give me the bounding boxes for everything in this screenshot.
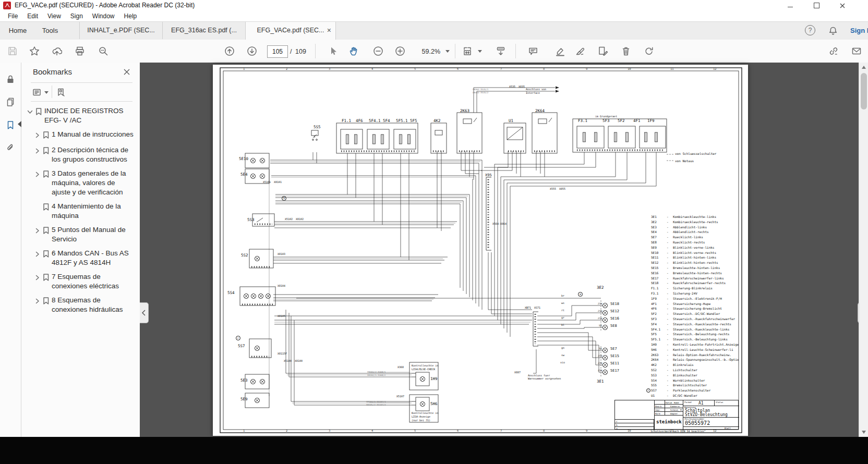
- bookmark-label[interactable]: 7 Esquemas de conexiones eléctricas: [52, 272, 134, 291]
- chevron-right-icon[interactable]: [34, 272, 42, 283]
- bookmark-item[interactable]: 6 Mandos CAN - Bus AS 4812F y AS 4814H: [34, 249, 138, 267]
- bookmark-label[interactable]: 5 Puntos del Manual de Servicio: [52, 225, 134, 244]
- page-number-input[interactable]: [267, 45, 288, 58]
- legend-description: Blinklicht-hinten-links: [673, 255, 739, 260]
- delete-pages-icon[interactable]: [621, 46, 631, 56]
- schematic-label: 5E7: [610, 347, 617, 351]
- chevron-right-icon[interactable]: [34, 296, 42, 307]
- schematic-label: 21W: [598, 318, 602, 320]
- scrollbar-thumb[interactable]: [861, 73, 867, 109]
- bookmark-item[interactable]: 1 Manual de instrucciones: [34, 130, 138, 141]
- schematic-label: von Notaus: [675, 160, 694, 163]
- menu-item[interactable]: Edit: [22, 11, 43, 21]
- bookmark-item[interactable]: 5 Puntos del Manual de Servicio: [34, 225, 138, 244]
- chevron-right-icon[interactable]: [34, 130, 42, 141]
- sign-in-button[interactable]: Sign In: [850, 22, 868, 40]
- bookmarks-close-icon[interactable]: [123, 68, 130, 78]
- next-page-icon[interactable]: [247, 46, 257, 56]
- bookmark-item[interactable]: 3 Datos generales de la máquina, valores…: [34, 169, 138, 197]
- zoom-level-value[interactable]: 59.2%: [417, 48, 440, 55]
- menu-item[interactable]: Window: [88, 11, 119, 21]
- scrolling-mode-icon[interactable]: [496, 46, 506, 56]
- fit-width-icon[interactable]: [462, 46, 473, 56]
- highlighter-icon[interactable]: [555, 46, 565, 56]
- schematic-label: XB71 XS71: [525, 307, 540, 310]
- document-tab[interactable]: INHALT_e.PDF (SEC...: [79, 22, 162, 39]
- search-icon[interactable]: [98, 46, 108, 56]
- attachments-paperclip-icon[interactable]: [5, 143, 16, 155]
- print-icon[interactable]: [75, 46, 85, 56]
- edit-pdf-icon[interactable]: [598, 46, 608, 56]
- help-icon[interactable]: ?: [805, 25, 815, 35]
- chevron-right-icon[interactable]: [34, 225, 42, 236]
- zoom-in-icon[interactable]: [395, 46, 405, 56]
- comment-icon[interactable]: [528, 46, 538, 56]
- tab-close-icon[interactable]: ×: [327, 22, 331, 39]
- chevron-right-icon[interactable]: [34, 145, 42, 156]
- schematic-label: 5F3: [602, 119, 610, 123]
- rotate-icon[interactable]: [644, 46, 654, 56]
- zoom-dropdown-caret[interactable]: [445, 50, 450, 53]
- legend-dash: -: [667, 368, 673, 373]
- document-area[interactable]: 123456789101112 123456789101112 5S5F1.1 …: [140, 63, 859, 437]
- bookmark-item[interactable]: 8 Esquemas de conexiones hidráulicas: [34, 296, 138, 314]
- email-icon[interactable]: [851, 46, 862, 56]
- maximize-button[interactable]: [804, 0, 828, 11]
- security-lock-icon[interactable]: [5, 74, 16, 87]
- menu-item[interactable]: Sign: [66, 11, 88, 21]
- document-tab[interactable]: EFG_VACe.pdf (SEC... ×: [245, 22, 336, 40]
- notification-bell-icon[interactable]: [828, 26, 838, 38]
- menu-item[interactable]: File: [3, 11, 22, 21]
- bookmark-label[interactable]: 8 Esquemas de conexiones hidráulicas: [52, 296, 134, 314]
- legend-row: 1H9 - Kontroll-Leuchte-Fahrtricht.Anzeig…: [651, 342, 739, 347]
- zoom-out-icon[interactable]: [373, 46, 383, 56]
- bookmark-item[interactable]: 4 Mantenimiento de la máquina: [34, 202, 138, 221]
- minimize-button[interactable]: [778, 0, 802, 11]
- share-link-icon[interactable]: [828, 46, 839, 56]
- legend-dash: -: [667, 280, 673, 286]
- menu-item[interactable]: Help: [119, 11, 142, 21]
- bookmark-options-caret[interactable]: [44, 91, 49, 94]
- save-icon[interactable]: [7, 46, 18, 56]
- close-button[interactable]: [830, 0, 854, 11]
- new-bookmark-icon[interactable]: [56, 87, 66, 100]
- fill-sign-icon[interactable]: [575, 46, 585, 56]
- document-tab[interactable]: EFG_316ac ES.pdf (...: [162, 22, 245, 39]
- bookmark-label[interactable]: 6 Mandos CAN - Bus AS 4812F y AS 4814H: [52, 249, 134, 267]
- chevron-down-icon[interactable]: [27, 106, 35, 117]
- tab-tools[interactable]: Tools: [35, 22, 65, 40]
- bookmarks-panel-icon[interactable]: [5, 120, 16, 132]
- legend-ref: 5E16: [651, 271, 667, 276]
- vertical-scrollbar[interactable]: [859, 63, 868, 437]
- chevron-right-icon[interactable]: [34, 202, 42, 213]
- bookmark-label[interactable]: 3 Datos generales de la máquina, valores…: [52, 169, 134, 197]
- bookmark-label[interactable]: 1 Manual de instrucciones: [52, 130, 134, 139]
- bookmark-label[interactable]: 2 Descripción técnica de los grupos cons…: [52, 145, 134, 164]
- hand-tool-icon[interactable]: [348, 46, 359, 56]
- tab-home[interactable]: Home: [5, 22, 30, 40]
- schematic-label: br: [561, 295, 564, 298]
- legend-dash: -: [667, 306, 673, 311]
- collapse-panel-handle[interactable]: [140, 302, 149, 323]
- scroll-up-arrow-icon[interactable]: [862, 66, 866, 69]
- scroll-down-arrow-icon[interactable]: [862, 431, 866, 434]
- bookmark-item[interactable]: 7 Esquemas de conexiones eléctricas: [34, 272, 138, 291]
- star-icon[interactable]: [29, 46, 40, 56]
- bookmark-label[interactable]: INDICE DE REGISTROS EFG- V /AC: [44, 106, 127, 125]
- bookmark-item[interactable]: 2 Descripción técnica de los grupos cons…: [34, 145, 138, 164]
- cloud-upload-icon[interactable]: [52, 46, 62, 56]
- chevron-right-icon[interactable]: [34, 249, 42, 260]
- bookmark-root-item[interactable]: INDICE DE REGISTROS EFG- V /AC: [27, 106, 138, 125]
- select-tool-icon[interactable]: [328, 46, 338, 56]
- tb-norm-name: Wagner: [670, 412, 678, 415]
- menu-item[interactable]: View: [43, 11, 66, 21]
- frame-numbers-top: 123456789101112: [213, 68, 748, 72]
- bookmark-label[interactable]: 4 Mantenimiento de la máquina: [52, 202, 134, 221]
- fit-dropdown-caret[interactable]: [478, 50, 482, 53]
- schematic-label: 5E11: [610, 362, 619, 366]
- legend-ref: 5F4: [651, 322, 667, 327]
- chevron-right-icon[interactable]: [34, 169, 42, 180]
- previous-page-icon[interactable]: [224, 46, 235, 56]
- page-thumbnails-icon[interactable]: [5, 97, 16, 109]
- bookmark-options-icon[interactable]: [32, 87, 42, 100]
